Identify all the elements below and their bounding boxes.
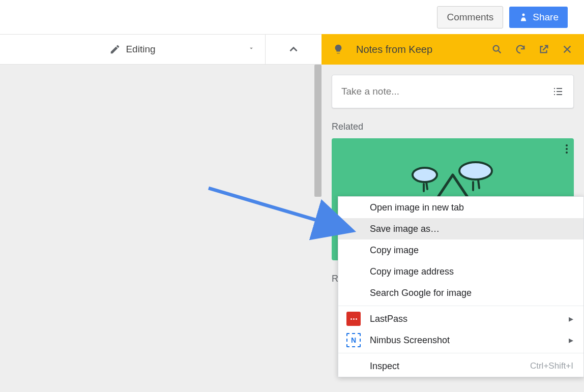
share-button[interactable]: Share <box>509 7 568 28</box>
chevron-up-icon <box>287 43 300 56</box>
keep-title: Notes from Keep <box>356 44 481 55</box>
search-icon[interactable] <box>489 42 505 57</box>
comments-label: Comments <box>447 12 493 23</box>
cm-divider <box>338 353 583 353</box>
comments-button[interactable]: Comments <box>437 6 503 28</box>
keep-header: Notes from Keep <box>322 34 584 65</box>
svg-point-0 <box>522 13 525 16</box>
svg-point-3 <box>459 162 492 179</box>
note-more-icon[interactable] <box>566 144 568 154</box>
cm-copy-image[interactable]: Copy image <box>338 239 583 261</box>
related-label: Related <box>332 122 574 132</box>
new-list-icon[interactable] <box>552 85 564 98</box>
cm-shortcut: Ctrl+Shift+I <box>530 361 573 371</box>
cm-search-google-image[interactable]: Search Google for image <box>338 282 583 304</box>
cm-label: Save image as… <box>370 224 440 234</box>
cm-label: LastPass <box>370 314 407 324</box>
cm-label: Nimbus Screenshot <box>370 335 450 346</box>
keep-bulb-icon <box>331 42 346 57</box>
submenu-arrow-icon: ▸ <box>569 313 573 324</box>
scrollbar[interactable] <box>314 65 322 197</box>
document-area <box>0 65 322 392</box>
mode-label: Editing <box>126 44 155 55</box>
cm-copy-image-address[interactable]: Copy image address <box>338 261 583 282</box>
cm-inspect[interactable]: Inspect Ctrl+Shift+I <box>338 355 583 377</box>
lastpass-icon <box>346 312 361 326</box>
cm-save-image-as[interactable]: Save image as… <box>338 218 583 239</box>
cm-label: Open image in new tab <box>370 202 464 213</box>
cm-divider <box>338 306 583 306</box>
svg-point-1 <box>493 46 499 51</box>
cm-lastpass[interactable]: LastPass ▸ <box>338 308 583 329</box>
collapse-button[interactable] <box>266 35 322 64</box>
context-menu: Open image in new tab Save image as… Cop… <box>338 196 584 377</box>
share-icon <box>518 12 529 22</box>
pencil-icon <box>109 44 121 55</box>
dropdown-arrow-icon <box>248 45 255 54</box>
toolbar: Editing <box>0 34 322 65</box>
share-label: Share <box>533 12 559 23</box>
cm-label: Search Google for image <box>370 288 472 298</box>
editing-mode-dropdown[interactable]: Editing <box>0 35 266 64</box>
note-input-field[interactable] <box>341 86 552 97</box>
refresh-icon[interactable] <box>513 42 528 57</box>
close-icon[interactable] <box>560 42 575 57</box>
take-note-input[interactable] <box>332 75 574 108</box>
open-external-icon[interactable] <box>536 42 551 57</box>
svg-point-2 <box>413 168 437 182</box>
submenu-arrow-icon: ▸ <box>569 335 573 346</box>
cm-open-new-tab[interactable]: Open image in new tab <box>338 197 583 218</box>
cm-nimbus[interactable]: N Nimbus Screenshot ▸ <box>338 329 583 351</box>
cm-label: Inspect <box>370 361 399 372</box>
nimbus-icon: N <box>346 333 361 347</box>
cm-label: Copy image <box>370 245 419 256</box>
cm-label: Copy image address <box>370 266 454 277</box>
